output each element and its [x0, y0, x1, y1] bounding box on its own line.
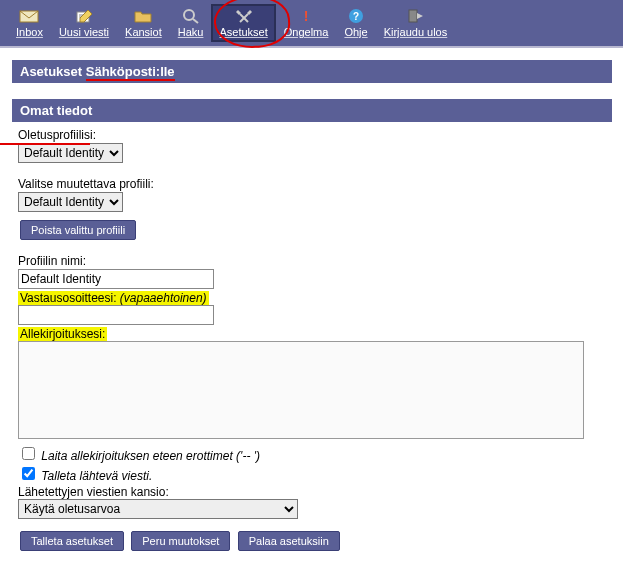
separator-checkbox[interactable] — [22, 447, 35, 460]
sent-folder-label: Lähetettyjen viestien kansio: — [18, 485, 623, 499]
toolbar-label: Ohje — [344, 26, 367, 38]
svg-rect-11 — [409, 10, 417, 22]
toolbar-logout[interactable]: Kirjaudu ulos — [376, 4, 456, 42]
toolbar-label: Kirjaudu ulos — [384, 26, 448, 38]
save-sent-checkbox[interactable] — [22, 467, 35, 480]
svg-text:?: ? — [353, 11, 359, 22]
separator-checkbox-label: Laita allekirjoituksen eteen erottimet (… — [41, 449, 260, 463]
search-icon — [181, 8, 201, 24]
select-profile-select[interactable]: Default Identity — [18, 192, 123, 212]
svg-text:!: ! — [304, 8, 309, 24]
section-title: Omat tiedot — [12, 99, 612, 122]
toolbar-problem[interactable]: ! Ongelma — [276, 4, 337, 42]
toolbar-label: Inbox — [16, 26, 43, 38]
default-profile-select[interactable]: Default Identity — [18, 143, 123, 163]
reply-address-input[interactable] — [18, 305, 214, 325]
page-title-prefix: Asetukset — [20, 64, 86, 79]
toolbar-label: Ongelma — [284, 26, 329, 38]
profile-name-input[interactable] — [18, 269, 214, 289]
page-title-highlight: Sähköposti:lle — [86, 64, 175, 81]
reply-address-optional: (vapaaehtoinen) — [120, 291, 207, 305]
undo-changes-button[interactable]: Peru muutokset — [131, 531, 230, 551]
problem-icon: ! — [296, 8, 316, 24]
back-to-settings-button[interactable]: Palaa asetuksiin — [238, 531, 340, 551]
signature-textarea[interactable] — [18, 341, 584, 439]
toolbar-settings[interactable]: Asetukset — [211, 4, 275, 42]
toolbar-compose[interactable]: Uusi viesti — [51, 4, 117, 42]
reply-address-label-wrap: Vastausosoitteesi: (vapaaehtoinen) — [18, 291, 209, 305]
folders-icon — [133, 8, 153, 24]
form-area: Oletusprofiilisi: Default Identity Valit… — [12, 128, 623, 557]
toolbar-label: Uusi viesti — [59, 26, 109, 38]
logout-icon — [405, 8, 425, 24]
compose-icon — [74, 8, 94, 24]
inbox-icon — [19, 8, 39, 24]
svg-point-4 — [184, 10, 194, 20]
delete-profile-button[interactable]: Poista valittu profiili — [20, 220, 136, 240]
reply-address-label: Vastausosoitteesi: — [20, 291, 120, 305]
toolbar-label: Kansiot — [125, 26, 162, 38]
toolbar-search[interactable]: Haku — [170, 4, 212, 42]
main-toolbar: Inbox Uusi viesti Kansiot Haku Asetukset… — [0, 0, 623, 48]
default-profile-label: Oletusprofiilisi: — [18, 128, 623, 142]
svg-marker-12 — [417, 13, 423, 19]
toolbar-inbox[interactable]: Inbox — [8, 4, 51, 42]
toolbar-label: Haku — [178, 26, 204, 38]
save-settings-button[interactable]: Talleta asetukset — [20, 531, 124, 551]
content-area: Asetukset Sähköposti:lle Omat tiedot Ole… — [0, 48, 623, 557]
sent-folder-select[interactable]: Käytä oletusarvoa — [18, 499, 298, 519]
signature-label: Allekirjoituksesi: — [18, 327, 107, 341]
annotation-red-underline — [0, 143, 90, 145]
toolbar-label: Asetukset — [219, 26, 267, 38]
toolbar-help[interactable]: ? Ohje — [336, 4, 375, 42]
profile-name-label: Profiilin nimi: — [18, 254, 623, 268]
svg-line-5 — [193, 19, 198, 23]
save-sent-checkbox-label: Talleta lähtevä viesti. — [41, 469, 152, 483]
tools-icon — [234, 8, 254, 24]
page-title: Asetukset Sähköposti:lle — [12, 60, 612, 83]
help-icon: ? — [346, 8, 366, 24]
toolbar-folders[interactable]: Kansiot — [117, 4, 170, 42]
select-profile-label: Valitse muutettava profiili: — [18, 177, 623, 191]
